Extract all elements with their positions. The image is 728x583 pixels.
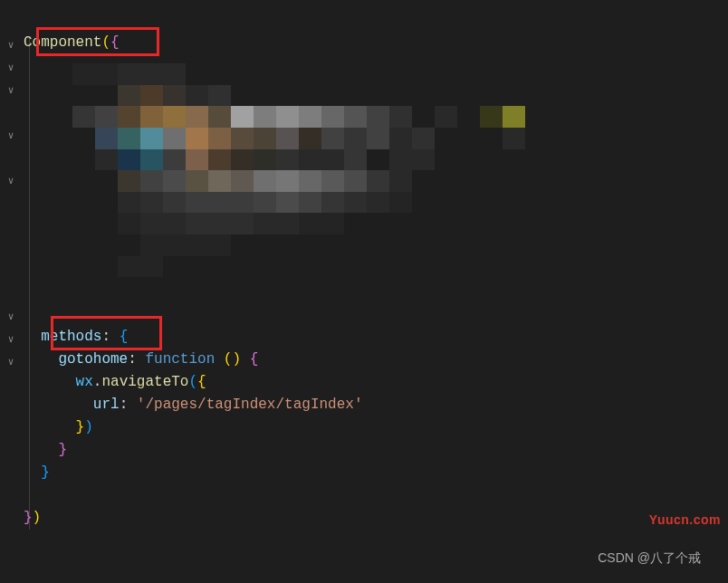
code-content[interactable]: Component({ methods: { gotohome: functio… bbox=[22, 0, 728, 583]
gotohome-key: gotohome bbox=[58, 351, 128, 368]
fold-icon[interactable]: ∨ bbox=[8, 125, 14, 148]
fold-icon[interactable]: ∨ bbox=[8, 34, 14, 57]
fold-icon[interactable]: ∨ bbox=[8, 329, 14, 351]
code-line: gotohome: function () { bbox=[24, 349, 728, 371]
code-line: } bbox=[24, 462, 728, 484]
fold-icon[interactable]: ∨ bbox=[8, 306, 14, 329]
code-line: }) bbox=[24, 507, 728, 530]
fold-icon[interactable]: ∨ bbox=[8, 80, 14, 102]
fold-gutter: ∨ ∨ ∨ ∨ ∨ ∨ ∨ ∨ bbox=[0, 0, 22, 583]
obscured-code-pixelated bbox=[72, 63, 525, 299]
fold-icon[interactable]: ∨ bbox=[8, 351, 14, 374]
code-line: wx.navigateTo({ bbox=[24, 371, 728, 394]
component-fn: Component bbox=[24, 34, 101, 51]
code-line: Component({ bbox=[24, 32, 728, 54]
navigateTo-method: navigateTo bbox=[101, 374, 188, 390]
fold-icon[interactable]: ∨ bbox=[8, 170, 14, 193]
watermark-csdn: CSDN @八了个戒 bbox=[598, 550, 701, 567]
url-value: '/pages/tagIndex/tagIndex' bbox=[137, 397, 363, 413]
watermark-yuucn: Yuucn.com bbox=[649, 512, 721, 527]
code-line: }) bbox=[24, 416, 728, 439]
methods-key: methods bbox=[41, 329, 101, 345]
code-line: url: '/pages/tagIndex/tagIndex' bbox=[24, 394, 728, 416]
url-key: url bbox=[93, 397, 120, 413]
fold-icon[interactable]: ∨ bbox=[8, 57, 14, 80]
code-line: methods: { bbox=[24, 326, 728, 349]
wx-var: wx bbox=[76, 374, 93, 390]
code-line: } bbox=[24, 439, 728, 462]
function-keyword: function bbox=[145, 351, 215, 368]
code-editor: ∨ ∨ ∨ ∨ ∨ ∨ ∨ ∨ Component({ bbox=[0, 0, 728, 583]
